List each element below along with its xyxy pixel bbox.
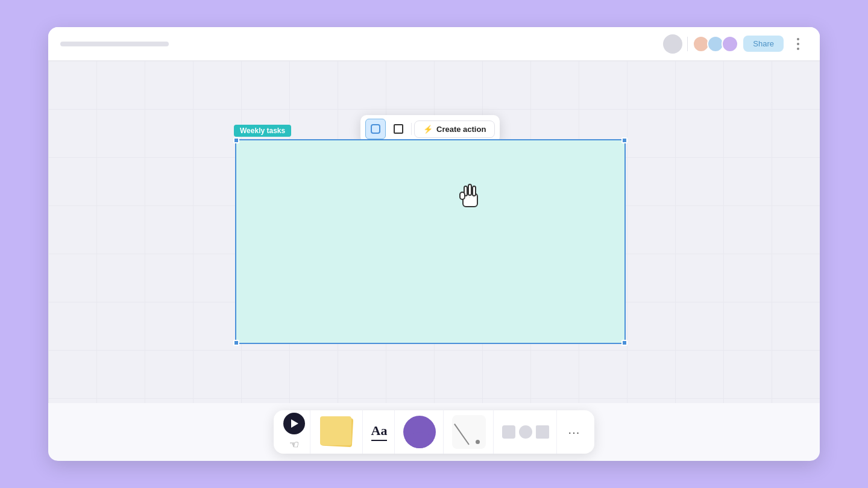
element-label: Weekly tasks	[234, 125, 291, 137]
line-tool-visual	[452, 415, 486, 449]
line-tool-button[interactable]	[450, 413, 488, 451]
app-window: Share ⚡ Crea	[48, 27, 820, 461]
square-tool-button[interactable]	[388, 119, 409, 139]
tool-section-shape	[396, 410, 444, 454]
avatar-group	[693, 36, 738, 52]
avatar	[663, 34, 682, 54]
tool-section-line	[445, 410, 494, 454]
more-tools-button[interactable]: ···	[563, 421, 585, 443]
selected-element[interactable]: Weekly tasks	[235, 139, 626, 344]
shape-square	[536, 425, 549, 439]
checkbox-icon	[370, 124, 381, 134]
square-icon	[393, 124, 404, 134]
hand-tool-icon[interactable]: ☜	[289, 438, 299, 451]
divider	[687, 37, 688, 51]
breadcrumb	[60, 42, 169, 46]
resize-handle-br[interactable]	[621, 340, 627, 346]
sticky-stack	[319, 415, 355, 449]
svg-rect-0	[371, 125, 380, 133]
shape-tool-button[interactable]	[401, 413, 438, 451]
resize-handle-tl[interactable]	[233, 137, 239, 143]
play-button[interactable]	[283, 413, 305, 434]
play-icon	[291, 419, 298, 428]
svg-rect-1	[394, 125, 403, 133]
text-tool-button[interactable]: Aa	[369, 421, 390, 443]
share-button[interactable]: Share	[743, 36, 784, 52]
menu-dot	[797, 48, 799, 50]
checkbox-tool-button[interactable]	[365, 119, 386, 139]
toolbar-divider	[411, 123, 412, 135]
create-action-button[interactable]: ⚡ Create action	[414, 120, 495, 138]
shapes-group-button[interactable]	[500, 423, 552, 441]
menu-dot	[797, 38, 799, 40]
line-dot	[476, 440, 480, 444]
canvas-area[interactable]: ⚡ Create action Weekly tasks	[48, 61, 820, 403]
resize-handle-tr[interactable]	[621, 137, 627, 143]
menu-button[interactable]	[788, 34, 808, 54]
tool-section-shapes-group	[495, 410, 557, 454]
menu-dot	[797, 43, 799, 45]
sticky-notes-button[interactable]	[316, 413, 357, 451]
resize-handle-bl[interactable]	[233, 340, 239, 346]
shapes-group-visual	[502, 425, 549, 439]
avatar-3	[722, 36, 738, 52]
top-bar: Share	[48, 27, 820, 61]
shape-tool-visual	[403, 416, 436, 448]
bottom-toolbar: ☜ Aa	[48, 403, 820, 461]
element-box[interactable]	[235, 139, 626, 344]
tool-section-more: ···	[558, 410, 590, 454]
tool-section-sticky	[312, 410, 363, 454]
top-bar-left	[60, 42, 169, 46]
tool-section-play: ☜	[278, 410, 310, 454]
shape-rect	[502, 425, 515, 439]
bottom-tools: ☜ Aa	[274, 410, 595, 454]
shape-half	[403, 432, 436, 448]
top-bar-right: Share	[663, 34, 808, 54]
sticky-card-front	[320, 416, 351, 445]
tool-section-text: Aa	[364, 410, 395, 454]
shape-rounded-rect	[519, 425, 532, 439]
lightning-icon: ⚡	[423, 125, 433, 134]
text-tool-label: Aa	[371, 423, 388, 441]
create-action-label: Create action	[436, 125, 486, 134]
